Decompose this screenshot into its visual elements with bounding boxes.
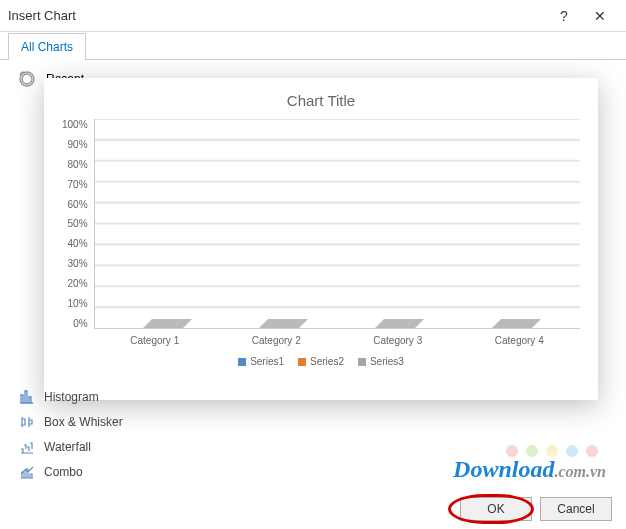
- sidebar-item-label: Waterfall: [44, 440, 91, 454]
- histogram-icon: [18, 388, 36, 406]
- sidebar-item-label: Histogram: [44, 390, 99, 404]
- legend-label: Series3: [370, 356, 404, 367]
- x-axis: Category 1Category 2Category 3Category 4: [62, 329, 580, 346]
- chart-title: Chart Title: [62, 92, 580, 109]
- legend-swatch: [238, 358, 246, 366]
- y-tick: 30%: [68, 258, 88, 269]
- titlebar: Insert Chart ? ✕: [0, 0, 626, 32]
- sidebar-item-combo[interactable]: Combo: [18, 463, 123, 481]
- close-button[interactable]: ✕: [582, 4, 618, 28]
- chart-column: [369, 119, 421, 328]
- chart-column: [137, 119, 189, 328]
- cancel-button[interactable]: Cancel: [540, 497, 612, 521]
- legend-label: Series1: [250, 356, 284, 367]
- chart-preview: Chart Title 100%90%80%70%60%50%40%30%20%…: [44, 78, 598, 400]
- sidebar-item-waterfall[interactable]: Waterfall: [18, 438, 123, 456]
- legend-item: Series3: [358, 356, 404, 367]
- legend-swatch: [358, 358, 366, 366]
- y-tick: 20%: [68, 278, 88, 289]
- dialog-buttons: OK Cancel: [460, 497, 612, 521]
- chart-column: [486, 119, 538, 328]
- waterfall-icon: [18, 438, 36, 456]
- ok-button[interactable]: OK: [460, 497, 532, 521]
- sidebar-item-box-whisker[interactable]: Box & Whisker: [18, 413, 123, 431]
- legend-item: Series1: [238, 356, 284, 367]
- y-tick: 60%: [68, 199, 88, 210]
- help-button[interactable]: ?: [546, 4, 582, 28]
- tab-bar: All Charts: [0, 32, 626, 60]
- legend-label: Series2: [310, 356, 344, 367]
- sidebar-item-label: Combo: [44, 465, 83, 479]
- legend-swatch: [298, 358, 306, 366]
- plot: [94, 119, 580, 329]
- y-axis: 100%90%80%70%60%50%40%30%20%10%0%: [62, 119, 94, 329]
- chart-plot-area: 100%90%80%70%60%50%40%30%20%10%0%: [62, 119, 580, 329]
- y-tick: 70%: [68, 179, 88, 190]
- y-tick: 90%: [68, 139, 88, 150]
- sidebar-item-histogram[interactable]: Histogram: [18, 388, 123, 406]
- tab-all-charts[interactable]: All Charts: [8, 33, 86, 60]
- chart-column: [253, 119, 305, 328]
- recent-icon: [18, 70, 36, 88]
- legend-item: Series2: [298, 356, 344, 367]
- x-tick: Category 2: [252, 335, 301, 346]
- window-title: Insert Chart: [8, 8, 546, 23]
- y-tick: 0%: [73, 318, 87, 329]
- chart-columns: [95, 119, 580, 328]
- chart-type-list: Histogram Box & Whisker Waterfall Combo: [18, 388, 123, 481]
- combo-icon: [18, 463, 36, 481]
- y-tick: 100%: [62, 119, 88, 130]
- y-tick: 10%: [68, 298, 88, 309]
- x-tick: Category 3: [373, 335, 422, 346]
- y-tick: 80%: [68, 159, 88, 170]
- x-tick: Category 4: [495, 335, 544, 346]
- y-tick: 40%: [68, 238, 88, 249]
- y-tick: 50%: [68, 218, 88, 229]
- legend: Series1Series2Series3: [62, 356, 580, 367]
- box-whisker-icon: [18, 413, 36, 431]
- x-tick: Category 1: [130, 335, 179, 346]
- sidebar-item-label: Box & Whisker: [44, 415, 123, 429]
- panel-body: Recent Chart Title 100%90%80%70%60%50%40…: [0, 60, 626, 485]
